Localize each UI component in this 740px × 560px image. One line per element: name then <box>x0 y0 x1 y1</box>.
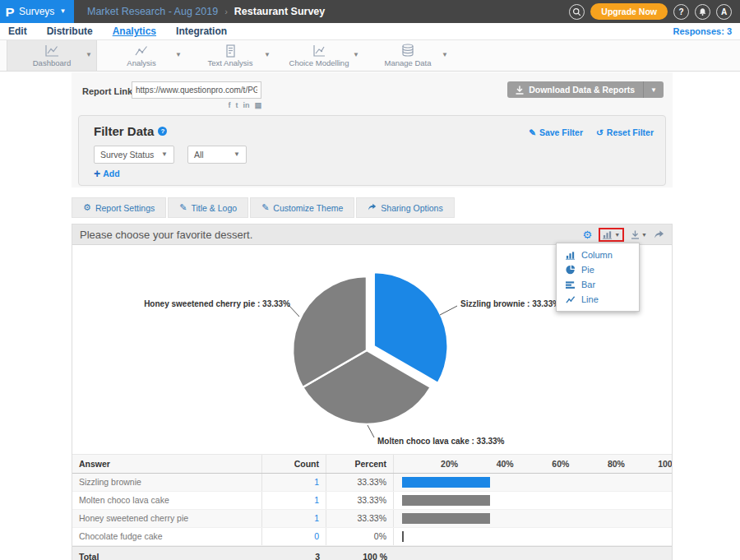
filter-field-select[interactable]: Survey Status ▼ <box>94 146 174 164</box>
download-icon <box>516 86 524 95</box>
chevron-down-icon: ▼ <box>641 232 647 238</box>
notifications-button[interactable] <box>695 4 710 20</box>
column-chart-icon <box>566 251 576 260</box>
save-filter-button[interactable]: ✎Save Filter <box>529 127 583 137</box>
chevron-down-icon: ▼ <box>234 151 240 158</box>
menu-item-column[interactable]: Column <box>557 248 639 262</box>
answer-label: Molten choco lava cake <box>72 492 262 509</box>
responses-count[interactable]: Responses: 3 <box>673 26 732 36</box>
product-switcher[interactable]: P Surveys ▼ <box>0 0 74 23</box>
chevron-down-icon[interactable]: ▼ <box>86 51 92 58</box>
table-row: Honey sweetened cherry pie 1 33.33% <box>72 510 672 528</box>
share-icon <box>368 203 377 213</box>
count-link[interactable]: 1 <box>262 492 326 509</box>
menu-item-pie[interactable]: Pie <box>557 262 639 277</box>
add-filter-button[interactable]: + Add <box>94 168 120 179</box>
percent-value: 33.33% <box>326 510 394 527</box>
share-chart-button[interactable] <box>654 230 664 239</box>
database-icon <box>400 44 416 58</box>
chevron-down-icon: ▼ <box>59 8 66 15</box>
percent-value: 33.33% <box>326 474 394 491</box>
pie-callout-line <box>440 306 457 315</box>
count-link[interactable]: 0 <box>262 528 326 545</box>
report-link-label: Report Link <box>82 86 132 96</box>
help-button[interactable]: ? <box>673 4 689 20</box>
percent-bar <box>402 531 404 542</box>
product-label: Surveys <box>19 6 54 17</box>
report-link-input[interactable] <box>132 81 261 99</box>
pie-callout-line <box>368 425 374 437</box>
toolbar-item-text-analysis[interactable]: Text Analysis ▼ <box>186 40 275 71</box>
menu-item-line[interactable]: Line <box>557 292 639 307</box>
percent-bar <box>402 513 490 524</box>
search-button[interactable] <box>569 4 585 20</box>
filter-selects: Survey Status ▼ All ▼ <box>94 146 247 164</box>
questionpro-analytics-page: P Surveys ▼ Market Research - Aug 2019 ›… <box>0 0 740 560</box>
chevron-down-icon[interactable]: ▼ <box>264 51 271 58</box>
toolbar-item-analysis[interactable]: Analysis ▼ <box>97 40 186 71</box>
toolbar-item-choice-modelling[interactable]: Choice Modelling ▼ <box>275 40 363 71</box>
menu-item-distribute[interactable]: Distribute <box>47 25 93 37</box>
top-bar: P Surveys ▼ Market Research - Aug 2019 ›… <box>0 0 740 23</box>
embed-icon[interactable]: ▤ <box>254 101 261 109</box>
filter-value-select[interactable]: All ▼ <box>187 146 247 164</box>
filter-links: ✎Save Filter ↺Reset Filter <box>529 127 654 137</box>
menu-item-bar[interactable]: Bar <box>557 277 639 292</box>
chevron-down-icon[interactable]: ▼ <box>175 51 182 58</box>
chevron-down-icon[interactable]: ▼ <box>353 51 359 58</box>
pencil-icon: ✎ <box>179 202 187 213</box>
download-chart-button[interactable]: ▼ <box>631 230 647 239</box>
total-label: Total <box>72 547 262 560</box>
question-panel: Please choose your favorite dessert. ⚙ ▼… <box>72 224 673 560</box>
pie-label: Honey sweetened cherry pie : 33.33% <box>122 299 290 308</box>
breadcrumb-separator-icon: › <box>224 7 228 16</box>
chevron-down-icon: ▼ <box>161 151 168 158</box>
analysis-chart-icon <box>133 44 150 58</box>
linkedin-icon[interactable]: in <box>243 101 249 109</box>
download-icon <box>631 230 640 239</box>
share-icon <box>654 230 664 239</box>
table-row: Molten choco lava cake 1 33.33% <box>72 492 672 510</box>
pie-label: Sizzling brownie : 33.33% <box>460 299 560 308</box>
line-chart-icon <box>566 295 576 304</box>
search-icon <box>572 7 581 16</box>
count-link[interactable]: 1 <box>262 510 326 527</box>
column-header-count: Count <box>262 455 326 473</box>
question-settings-button[interactable]: ⚙ <box>582 229 592 240</box>
breadcrumb-project[interactable]: Market Research - Aug 2019 <box>87 6 218 17</box>
answer-label: Sizzling brownie <box>72 474 262 491</box>
percent-bar <box>402 477 490 488</box>
pencil-icon: ✎ <box>529 127 536 137</box>
menu-item-edit[interactable]: Edit <box>8 25 27 37</box>
menu-item-integration[interactable]: Integration <box>176 25 227 37</box>
percent-bar <box>402 495 490 506</box>
questionpro-logo: P <box>5 5 14 19</box>
table-row: Chocolate fudge cake 0 0% <box>72 528 672 546</box>
breadcrumb-survey: Restaurant Survey <box>234 6 325 17</box>
toolbar-item-manage-data[interactable]: Manage Data ▼ <box>363 40 452 71</box>
percent-value: 33.33% <box>326 492 394 509</box>
tab-sharing-options[interactable]: Sharing Options <box>356 197 454 218</box>
chart-type-button[interactable]: ▼ <box>603 230 620 239</box>
facebook-icon[interactable]: f <box>228 101 230 109</box>
share-icons-row: f t in ▤ <box>132 101 261 109</box>
count-link[interactable]: 1 <box>262 474 326 491</box>
twitter-icon[interactable]: t <box>235 101 238 109</box>
menu-item-analytics[interactable]: Analytics <box>113 25 156 37</box>
help-icon[interactable]: ? <box>158 127 167 136</box>
filter-data-title: Filter Data ? <box>94 124 167 138</box>
table-header-row: Answer Count Percent 20% 40% 60% 80% 100… <box>72 454 672 474</box>
tab-report-settings[interactable]: ⚙ Report Settings <box>72 197 166 218</box>
avatar[interactable]: A <box>716 4 732 20</box>
chevron-down-icon: ▼ <box>614 232 620 238</box>
column-header-percent: Percent <box>326 455 394 473</box>
download-data-reports-button[interactable]: Download Data & Reports ▼ <box>507 81 664 98</box>
tab-title-logo[interactable]: ✎ Title & Logo <box>168 197 248 218</box>
reset-filter-button[interactable]: ↺Reset Filter <box>596 127 654 137</box>
tab-customize-theme[interactable]: ✎ Customize Theme <box>250 197 354 218</box>
download-menu-caret[interactable]: ▼ <box>643 81 664 98</box>
upgrade-now-button[interactable]: Upgrade Now <box>590 3 668 20</box>
toolbar-item-dashboard[interactable]: Dashboard ▼ <box>7 40 97 71</box>
pie-chart-icon <box>566 265 576 275</box>
chevron-down-icon[interactable]: ▼ <box>442 51 448 58</box>
